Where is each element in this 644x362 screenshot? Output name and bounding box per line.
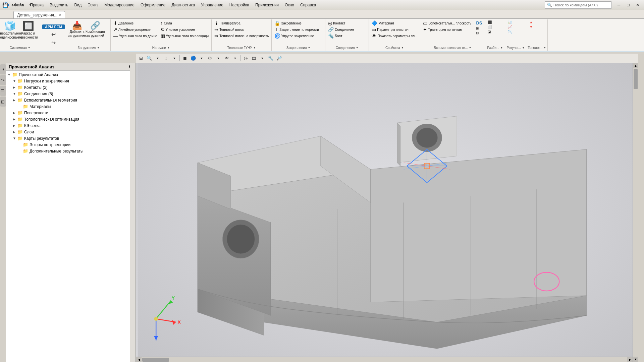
tree-materials[interactable]: 📁 Материалы xyxy=(6,103,136,110)
tree-result-maps[interactable]: ▼ 📁 Карты результатов xyxy=(6,135,136,141)
ribbon-btn-mesh2[interactable]: ⬜ xyxy=(486,25,493,29)
ribbon-btn-combo-load[interactable]: 🔗 Комбинациязагружений xyxy=(87,20,104,39)
ribbon-btn-heat-flux[interactable]: ⇒ Тепловой поток xyxy=(213,26,270,33)
tree-layers[interactable]: ▶ 📁 Слои xyxy=(6,129,136,135)
tree-surfaces[interactable]: ▶ 📁 Поверхности xyxy=(6,110,136,116)
undo-button[interactable]: ↩ xyxy=(10,1,17,9)
ribbon-btn-angular-accel[interactable]: ↻ Угловое ускорение xyxy=(159,26,210,33)
ribbon-btn-res1[interactable]: 📊 xyxy=(506,20,513,24)
it-eye-dd[interactable]: ▼ xyxy=(231,55,239,62)
vp-hscroll-left[interactable]: ◀ xyxy=(136,357,142,362)
ribbon-btn-ds[interactable]: DS xyxy=(475,20,483,26)
ribbon-btn-pressure[interactable]: ⬇ Давление xyxy=(112,20,159,26)
vp-vscroll[interactable]: ▲ ▼ xyxy=(633,63,638,362)
search-input[interactable] xyxy=(553,3,607,7)
ribbon-btn-plate-params[interactable]: ▭ Параметры пластин xyxy=(370,26,419,33)
expand-surfaces[interactable]: ▶ xyxy=(13,111,17,115)
it-sphere-dd[interactable]: ▼ xyxy=(198,55,206,62)
tree-extra-results[interactable]: 📁 Дополнительные результаты xyxy=(6,148,136,154)
ribbon-btn-fixed-normal[interactable]: ⊥ Закрепление по нормали xyxy=(273,26,320,33)
expand-contacts[interactable]: ▶ xyxy=(13,85,17,89)
redo-button[interactable]: ↪ xyxy=(18,1,25,9)
expand-topology[interactable]: ▶ xyxy=(13,117,17,121)
tree-aux-geom[interactable]: ▶ 📁 Вспомогательная геометрия xyxy=(6,97,136,103)
it-fit-btn[interactable]: ↕ xyxy=(162,55,170,62)
search-box[interactable]: 🔍 xyxy=(545,1,612,9)
ribbon-btn-grid2[interactable]: ⊟ xyxy=(475,31,483,35)
ribbon-btn-back[interactable]: ↩ xyxy=(50,31,57,38)
menu-window[interactable]: Окно xyxy=(282,2,297,8)
dropdown-button[interactable]: ▼ xyxy=(26,1,34,9)
vp-vscroll-down[interactable]: ▼ xyxy=(633,357,638,362)
ribbon-btn-res3[interactable]: 📉 xyxy=(506,29,513,34)
ribbon-btn-show-params[interactable]: 👁 Показать параметры пл... xyxy=(370,33,419,39)
it-fit-dd[interactable]: ▼ xyxy=(170,55,178,62)
left-edge-btn1[interactable]: ≡ xyxy=(0,64,6,74)
it-eye-btn[interactable]: 👁 xyxy=(223,55,231,62)
menu-control[interactable]: Управление xyxy=(198,2,226,8)
vp-hscroll-right[interactable]: ▶ xyxy=(627,357,633,362)
close-button[interactable]: ✕ xyxy=(633,1,642,9)
expand-connections[interactable]: ▼ xyxy=(13,92,17,96)
expand-mesh[interactable]: ▶ xyxy=(13,124,17,127)
tree-loads[interactable]: ▼ 📁 Нагрузки и закрепления xyxy=(6,78,136,84)
expand-layers[interactable]: ▶ xyxy=(13,130,17,134)
expand-extra[interactable] xyxy=(18,149,23,153)
save-button[interactable]: 💾 xyxy=(1,1,9,9)
maximize-button[interactable]: □ xyxy=(624,1,633,9)
ribbon-btn-dist-force-area[interactable]: ▦ Удельная сила по площади xyxy=(159,33,210,39)
expand-root[interactable]: ▼ xyxy=(7,73,12,76)
ribbon-btn-fixed[interactable]: 🔒 Закрепление xyxy=(273,20,320,26)
menu-sketch[interactable]: Эскиз xyxy=(85,2,101,8)
tree-topology[interactable]: ▶ 📁 Топологическая оптимизация xyxy=(6,116,136,122)
ribbon-btn-linear-accel[interactable]: ↗ Линейное ускорение xyxy=(112,26,159,33)
tab-close-icon[interactable]: ✕ xyxy=(59,13,61,17)
ribbon-btn-mesh1[interactable]: ⬛ xyxy=(486,20,493,24)
it-grid-btn[interactable]: ⊞ xyxy=(137,55,145,62)
it-zoom-btn[interactable]: 🔍 xyxy=(145,55,153,62)
ribbon-btn-wireframe[interactable]: 🔲 Каркас иповерхности xyxy=(19,20,37,41)
vp-vscroll-up[interactable]: ▲ xyxy=(633,63,638,68)
it-select-btn[interactable]: ◎ xyxy=(241,55,250,62)
ribbon-btn-mesh3[interactable]: ◪ xyxy=(486,29,493,34)
menu-settings[interactable]: Настройка xyxy=(227,2,252,8)
ribbon-btn-contact[interactable]: ◎ Контакт xyxy=(327,20,355,26)
vp-hscroll[interactable]: ◀ ▶ xyxy=(136,357,633,362)
ribbon-btn-topo1[interactable]: 🔺 xyxy=(528,20,534,24)
menu-modeling[interactable]: Моделирование xyxy=(102,2,137,8)
ribbon-btn-add-load[interactable]: 📥 Добавитьзагружение xyxy=(68,20,86,39)
it-render-btn[interactable]: ⚙ xyxy=(206,55,214,62)
ribbon-btn-forward[interactable]: ↪ xyxy=(50,39,57,46)
left-edge-btn2[interactable]: ƒ xyxy=(0,75,6,85)
menu-help[interactable]: Справка xyxy=(298,2,319,8)
ribbon-btn-material[interactable]: 🔷 Материал xyxy=(370,20,419,26)
it-render-dd[interactable]: ▼ xyxy=(214,55,222,62)
expand-trajectories[interactable] xyxy=(18,143,23,146)
tree-contacts[interactable]: ▶ 📁 Контакты (2) xyxy=(6,84,136,90)
ribbon-btn-trajectory[interactable]: ✦ Траектория по точкам xyxy=(422,26,473,33)
ribbon-btn-res2[interactable]: 📈 xyxy=(506,25,513,29)
ribbon-btn-dist-force-line[interactable]: — Удельная сила по длине xyxy=(112,33,159,39)
left-edge-btn4[interactable]: ◱ xyxy=(0,97,6,107)
ribbon-btn-force[interactable]: ↑ Сила xyxy=(159,20,210,26)
ribbon-btn-heat-flux-surface[interactable]: ⇛ Тепловой поток на поверхность xyxy=(213,33,270,39)
menu-diagnostics[interactable]: Диагностика xyxy=(169,2,198,8)
ribbon-btn-temperature[interactable]: 🌡 Температура xyxy=(213,20,270,26)
vp-vscroll-thumb[interactable] xyxy=(634,69,638,89)
tree-root[interactable]: ▼ 📁 Прочностной Анализ xyxy=(6,71,136,78)
tab-main[interactable]: Деталь_загружения... ✕ xyxy=(13,11,65,18)
it-zoom-dd[interactable]: ▼ xyxy=(154,55,162,62)
it-cube-btn[interactable]: ◼ xyxy=(181,55,189,62)
ribbon-btn-grid1[interactable]: ⊞ xyxy=(475,26,483,31)
it-filter-dd[interactable]: ▼ xyxy=(258,55,266,62)
menu-view[interactable]: Вид xyxy=(71,2,84,8)
expand-aux-geom[interactable]: ▶ xyxy=(13,98,17,102)
menu-apps[interactable]: Приложения xyxy=(253,2,281,8)
tree-mesh[interactable]: ▶ 📁 КЭ сетка xyxy=(6,122,136,129)
expand-loads[interactable]: ▼ xyxy=(13,79,17,83)
ribbon-btn-solid-modeling[interactable]: 🧊 Твёрдотельноемоделирование xyxy=(1,20,19,41)
menu-select[interactable]: Выделить xyxy=(47,2,71,8)
tree-trajectories[interactable]: 📁 Эпюры по траектории xyxy=(6,141,136,148)
ribbon-btn-aux-plane[interactable]: ▭ Вспомогательн... плоскость xyxy=(422,20,473,26)
it-tool2[interactable]: 🔎 xyxy=(275,55,283,62)
